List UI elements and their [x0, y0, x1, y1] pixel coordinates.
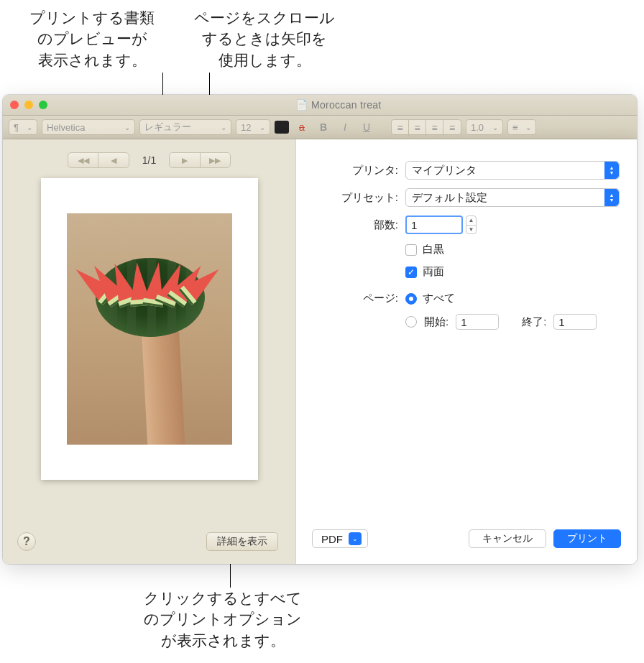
pages-all-radio[interactable]	[405, 293, 417, 305]
printer-select[interactable]: マイプリンタ ▲▼	[405, 161, 620, 180]
chevron-down-icon: ⌄	[349, 532, 362, 545]
show-details-button[interactable]: 詳細を表示	[206, 532, 278, 551]
text-color-swatch[interactable]	[275, 121, 289, 134]
to-label: 終了:	[522, 315, 546, 329]
print-dialog: ◀◀ ◀ 1/1 ▶ ▶▶	[3, 139, 637, 564]
line-spacing-select[interactable]: 1.0⌄	[466, 119, 503, 135]
copies-label: 部数:	[296, 218, 405, 232]
align-justify-icon[interactable]: ≡	[443, 120, 461, 136]
font-style-select[interactable]: レギュラー⌄	[139, 119, 231, 135]
font-size-select[interactable]: 12⌄	[236, 119, 270, 135]
callout-preview: プリントする書類のプレビューが表示されます。	[20, 7, 164, 70]
callout-line	[230, 563, 231, 588]
format-toolbar: ¶ ⌄ Helvetica⌄ レギュラー⌄ 12⌄ a B I U ≡ ≡ ≡ …	[3, 116, 637, 139]
pdf-menu-button[interactable]: PDF ⌄	[312, 529, 368, 548]
duplex-label: 両面	[423, 265, 444, 279]
pages-label: ページ:	[296, 292, 405, 305]
from-label: 開始:	[424, 315, 448, 329]
align-left-icon[interactable]: ≡	[392, 120, 409, 136]
app-window: 📄 Moroccan treat ¶ ⌄ Helvetica⌄ レギュラー⌄ 1…	[3, 95, 637, 564]
minimize-traffic-light[interactable]	[24, 101, 33, 109]
to-input[interactable]: 1	[553, 314, 597, 330]
preset-label: プリセット:	[296, 191, 405, 205]
paragraph-style-select[interactable]: ¶ ⌄	[9, 119, 37, 135]
titlebar: 📄 Moroccan treat	[3, 95, 637, 116]
last-page-icon[interactable]: ▶▶	[200, 153, 231, 167]
alignment-group[interactable]: ≡ ≡ ≡ ≡	[391, 119, 461, 135]
align-right-icon[interactable]: ≡	[426, 120, 443, 136]
cancel-button[interactable]: キャンセル	[469, 529, 546, 548]
print-settings-pane: プリンタ: マイプリンタ ▲▼ プリセット: デフォルト設定 ▲▼	[296, 139, 637, 564]
stepper-down-icon[interactable]: ▼	[466, 226, 476, 234]
from-input[interactable]: 1	[456, 314, 499, 330]
callout-details: クリックするとすべてのプリントオプションが表示されます。	[129, 588, 316, 651]
pages-all-label: すべて	[423, 292, 455, 305]
align-center-icon[interactable]: ≡	[409, 120, 426, 136]
bw-label: 白黒	[423, 243, 444, 256]
window-title: 📄 Moroccan treat	[47, 99, 630, 111]
copies-stepper[interactable]: ▲▼	[466, 215, 477, 234]
document-image	[67, 213, 232, 445]
copies-input[interactable]: 1	[405, 215, 463, 234]
italic-button[interactable]: I	[336, 119, 354, 135]
next-page-group[interactable]: ▶ ▶▶	[169, 152, 231, 168]
stepper-up-icon[interactable]: ▲	[466, 216, 476, 226]
duplex-checkbox[interactable]: ✓	[405, 266, 417, 278]
page-indicator: 1/1	[142, 154, 156, 166]
bw-checkbox[interactable]	[405, 244, 417, 256]
bold-button[interactable]: B	[315, 119, 332, 135]
preview-pane: ◀◀ ◀ 1/1 ▶ ▶▶	[3, 139, 296, 564]
first-page-icon[interactable]: ◀◀	[68, 153, 98, 167]
printer-label: プリンタ:	[296, 164, 405, 177]
prev-page-group[interactable]: ◀◀ ◀	[68, 152, 129, 168]
page-thumbnail	[41, 178, 258, 480]
chevron-updown-icon: ▲▼	[604, 162, 619, 179]
next-page-icon[interactable]: ▶	[170, 153, 200, 167]
pages-range-radio[interactable]	[405, 316, 417, 328]
chevron-updown-icon: ▲▼	[604, 189, 619, 206]
help-button[interactable]: ?	[17, 532, 36, 551]
list-style-select[interactable]: ≡ ⌄	[507, 119, 536, 135]
prev-page-icon[interactable]: ◀	[98, 153, 129, 167]
strikethrough-icon[interactable]: a	[293, 119, 310, 135]
print-button[interactable]: プリント	[553, 529, 621, 548]
underline-button[interactable]: U	[358, 119, 375, 135]
preset-select[interactable]: デフォルト設定 ▲▼	[405, 188, 620, 207]
font-family-select[interactable]: Helvetica⌄	[42, 119, 135, 135]
close-traffic-light[interactable]	[10, 101, 19, 109]
zoom-traffic-light[interactable]	[39, 101, 47, 109]
callout-arrows: ページをスクロールするときは矢印を使用します。	[185, 7, 344, 70]
